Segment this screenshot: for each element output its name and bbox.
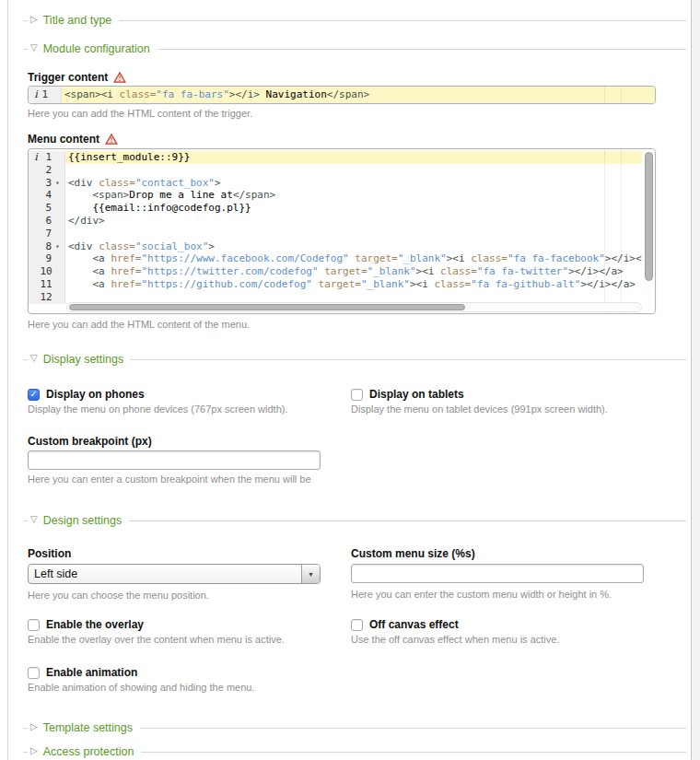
chevron-expanded-icon: ▽ [30,512,38,527]
legend-rule-left [23,20,28,21]
legend-label[interactable]: Template settings [43,720,133,735]
legend-label[interactable]: Design settings [43,513,122,528]
code-text[interactable]: {{insert_module::9}} [65,151,655,164]
gutter-cell: 7 [29,228,65,240]
legend-label[interactable]: Title and type [43,13,112,28]
display-on-tablets-checkbox[interactable] [351,389,363,401]
line-number: 6 [41,215,55,228]
menu-code-editor[interactable]: i1{{insert_module::9}}23▾<div class="con… [28,148,656,314]
custom-breakpoint-input[interactable] [28,450,321,470]
warning-icon: ! [105,134,118,145]
code-text[interactable]: </div> [65,215,655,228]
enable-animation-label[interactable]: Enable animation [46,666,137,679]
code-line-2[interactable]: 2 [29,164,655,177]
code-line-6[interactable]: 6</div> [29,215,655,228]
legend-design-settings[interactable]: ▽ Design settings [23,513,686,528]
trigger-content-label-text: Trigger content [28,71,108,84]
vertical-scrollbar-thumb[interactable] [645,152,653,281]
line-number: 2 [41,164,55,177]
code-text[interactable]: <a href="https://github.com/codefog" tar… [65,278,655,291]
menu-content-label-text: Menu content [28,133,99,146]
legend-rule [129,520,686,521]
code-text[interactable]: <span>Drop me a line at</span> [65,189,655,202]
off-canvas-checkbox[interactable] [351,619,363,631]
line-number: 10 [40,265,55,278]
code-text[interactable]: <div class="contact_box"> [65,177,655,190]
enable-animation-checkbox[interactable] [28,667,40,679]
legend-rule-left [23,752,28,753]
legend-label[interactable]: Display settings [43,352,124,367]
code-line-7[interactable]: 7 [29,228,655,240]
menu-help-text: Here you can add the HTML content of the… [28,319,686,331]
code-text[interactable] [65,164,655,177]
legend-rule [140,728,686,729]
gutter-cell: i1 [29,151,65,164]
legend-display-settings[interactable]: ▽ Display settings [23,352,686,367]
display-on-phones-label[interactable]: Display on phones [46,388,145,401]
legend-rule-left [23,359,28,360]
module-config-form: ▷ Title and type ▽ Module configuration … [23,0,686,760]
legend-rule-left [23,49,28,50]
code-text[interactable] [65,228,655,240]
code-line-9[interactable]: 9 <a href="https://www.facebook.com/Code… [29,252,655,265]
chevron-down-icon: ▼ [308,571,314,578]
info-annotation-icon: i [31,87,41,103]
custom-menu-size-input[interactable] [351,564,644,583]
legend-rule [141,752,686,753]
legend-title-and-type[interactable]: ▷ Title and type [23,13,686,28]
legend-label[interactable]: Module configuration [43,41,150,56]
vertical-scrollbar-track[interactable] [642,149,655,313]
custom-breakpoint-help: Here you can enter a custom breakpoint w… [28,474,686,485]
code-text[interactable]: <a href="https://www.facebook.com/Codefo… [65,252,655,265]
gutter-cell: 10 [29,265,65,278]
off-canvas-label[interactable]: Off canvas effect [369,618,459,631]
code-text[interactable]: <a href="https://twitter.com/codefog" ta… [65,265,655,278]
gutter-cell: 8▾ [29,240,65,253]
legend-rule-left [23,728,28,729]
code-fold-icon[interactable]: ▾ [55,240,64,253]
code-line-1[interactable]: i1<span><i class="fa fa-bars"></i> Navig… [29,87,655,103]
legend-rule [119,20,686,21]
info-annotation-icon: i [31,151,41,164]
code-text[interactable]: <span><i class="fa fa-bars"></i> Navigat… [62,87,655,103]
content-left-border [7,0,8,760]
trigger-help-text: Here you can add the HTML content of the… [28,108,686,120]
enable-overlay-help: Enable the overlay over the content when… [28,634,322,646]
code-line-8[interactable]: 8▾<div class="social_box"> [29,240,655,253]
code-text[interactable]: <div class="social_box"> [65,240,655,253]
line-number: 9 [41,252,55,265]
enable-overlay-label[interactable]: Enable the overlay [46,618,144,631]
trigger-code-editor[interactable]: i1<span><i class="fa fa-bars"></i> Navig… [28,86,656,104]
display-on-tablets-label[interactable]: Display on tablets [369,388,464,401]
trigger-content-label: Trigger content ! [28,71,686,84]
custom-breakpoint-label: Custom breakpoint (px) [28,435,686,448]
position-select[interactable]: Left side ▼ [28,564,321,584]
custom-menu-size-label: Custom menu size (%s) [351,547,646,560]
legend-template-settings[interactable]: ▷ Template settings [23,720,686,735]
warning-icon: ! [113,72,126,83]
select-dropdown-button[interactable]: ▼ [301,565,320,583]
code-line-11[interactable]: 11 <a href="https://github.com/codefog" … [29,278,655,291]
code-line-1[interactable]: i1{{insert_module::9}} [29,151,655,164]
horizontal-scrollbar-thumb[interactable] [69,304,465,310]
chevron-collapsed-icon: ▷ [30,719,38,734]
line-number: 1 [41,151,55,164]
code-line-3[interactable]: 3▾<div class="contact_box"> [29,177,655,190]
legend-rule [158,49,686,50]
code-line-5[interactable]: 5 {{email::info@codefog.pl}} [29,202,655,215]
display-on-phones-checkbox[interactable]: ✓ [28,389,40,401]
code-line-4[interactable]: 4 <span>Drop me a line at</span> [29,189,655,202]
code-fold-icon[interactable]: ▾ [55,177,64,190]
legend-module-configuration[interactable]: ▽ Module configuration [23,41,686,56]
horizontal-scrollbar-track[interactable] [66,302,642,312]
legend-rule [131,359,686,360]
code-text[interactable]: {{email::info@codefog.pl}} [65,202,655,215]
line-number: 3 [41,177,55,190]
off-canvas-help: Use the off canvas effect when menu is a… [351,634,646,646]
legend-access-protection[interactable]: ▷ Access protection [23,744,686,759]
line-number: 1 [41,87,52,103]
svg-text:!: ! [111,136,113,145]
enable-overlay-checkbox[interactable] [28,619,40,631]
code-line-10[interactable]: 10 <a href="https://twitter.com/codefog"… [29,265,655,278]
legend-label[interactable]: Access protection [43,744,134,759]
